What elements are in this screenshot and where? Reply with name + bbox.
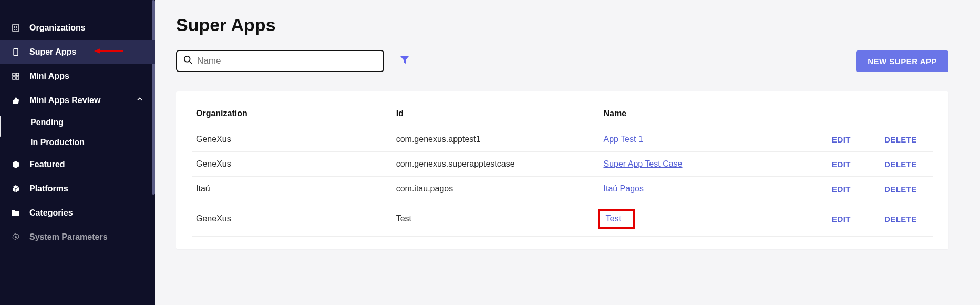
sidebar-item-system-parameters[interactable]: System Parameters <box>0 225 155 242</box>
filter-icon <box>400 55 409 67</box>
device-icon <box>12 48 22 56</box>
table-row: GeneXusTestTestEDITDELETE <box>192 201 933 237</box>
hexagon-icon <box>12 160 22 169</box>
grid-icon <box>12 72 22 80</box>
cell-name: Test <box>599 201 828 237</box>
toolbar: NEW SUPER APP <box>176 50 948 72</box>
cell-organization: Itaú <box>192 177 392 201</box>
building-icon <box>12 24 22 32</box>
delete-action[interactable]: DELETE <box>880 201 933 237</box>
cube-icon <box>12 185 22 193</box>
cell-id: com.itau.pagos <box>392 177 600 201</box>
sidebar-item-label: Super Apps <box>29 47 143 57</box>
annotation-highlight: Test <box>598 209 634 229</box>
edit-action[interactable]: EDIT <box>828 177 880 201</box>
cell-organization: GeneXus <box>192 127 392 152</box>
col-organization: Organization <box>192 104 392 127</box>
svg-rect-11 <box>16 73 19 76</box>
super-apps-table: Organization Id Name GeneXuscom.genexus.… <box>192 104 933 237</box>
gear-icon <box>12 233 22 241</box>
search-input[interactable] <box>197 56 377 66</box>
svg-point-19 <box>15 236 17 238</box>
sidebar-item-organizations[interactable]: Organizations <box>0 16 155 40</box>
sidebar-item-label: Platforms <box>29 184 143 194</box>
cell-organization: GeneXus <box>192 152 392 177</box>
thumb-icon <box>12 96 22 105</box>
cell-id: com.genexus.apptest1 <box>392 127 600 152</box>
svg-point-21 <box>184 56 190 62</box>
svg-rect-0 <box>13 25 19 31</box>
new-super-app-button[interactable]: NEW SUPER APP <box>856 50 948 72</box>
annotation-arrow-icon <box>94 47 123 57</box>
sidebar-item-label: Mini Apps Review <box>29 96 136 105</box>
app-name-link[interactable]: Test <box>605 214 621 223</box>
sidebar-subitem-label: In Production <box>30 138 85 147</box>
table-row: GeneXuscom.genexus.superapptestcaseSuper… <box>192 152 933 177</box>
svg-rect-12 <box>13 77 15 79</box>
svg-line-22 <box>190 62 192 64</box>
cell-name: App Test 1 <box>599 127 828 152</box>
sidebar-subitem-in-production[interactable]: In Production <box>0 133 155 152</box>
app-name-link[interactable]: Super App Test Case <box>603 159 682 168</box>
page-title: Super Apps <box>176 15 948 35</box>
cell-organization: GeneXus <box>192 201 392 237</box>
svg-marker-14 <box>13 161 19 168</box>
col-id: Id <box>392 104 600 127</box>
sidebar-item-label: Mini Apps <box>29 72 143 81</box>
sidebar-item-label: Organizations <box>29 23 143 33</box>
cell-id: com.genexus.superapptestcase <box>392 152 600 177</box>
delete-action[interactable]: DELETE <box>880 127 933 152</box>
svg-marker-9 <box>94 48 100 54</box>
sidebar-subitem-label: Pending <box>30 118 64 127</box>
svg-rect-13 <box>16 77 19 79</box>
svg-marker-23 <box>400 56 409 64</box>
sidebar-item-categories[interactable]: Categories <box>0 201 155 225</box>
table-card: Organization Id Name GeneXuscom.genexus.… <box>176 91 948 249</box>
table-row: GeneXuscom.genexus.apptest1App Test 1EDI… <box>192 127 933 152</box>
edit-action[interactable]: EDIT <box>828 201 880 237</box>
cell-name: Itaú Pagos <box>599 177 828 201</box>
app-name-link[interactable]: Itaú Pagos <box>603 184 644 193</box>
delete-action[interactable]: DELETE <box>880 152 933 177</box>
search-icon <box>183 55 197 67</box>
edit-action[interactable]: EDIT <box>828 152 880 177</box>
sidebar-item-super-apps[interactable]: Super Apps <box>0 40 155 64</box>
sidebar-item-label: Featured <box>29 160 143 169</box>
col-name: Name <box>599 104 828 127</box>
folder-icon <box>12 209 22 217</box>
delete-action[interactable]: DELETE <box>880 177 933 201</box>
svg-rect-7 <box>14 49 18 56</box>
chevron-up-icon <box>136 96 143 105</box>
cell-id: Test <box>392 201 600 237</box>
sidebar-subitem-pending[interactable]: Pending <box>0 113 155 133</box>
sidebar-item-label: System Parameters <box>29 232 143 242</box>
sidebar-item-label: Categories <box>29 208 143 218</box>
sidebar-item-featured[interactable]: Featured <box>0 152 155 177</box>
cell-name: Super App Test Case <box>599 152 828 177</box>
sidebar-item-mini-apps-review[interactable]: Mini Apps Review <box>0 88 155 113</box>
app-name-link[interactable]: App Test 1 <box>603 135 643 144</box>
sidebar-item-mini-apps[interactable]: Mini Apps <box>0 64 155 88</box>
edit-action[interactable]: EDIT <box>828 127 880 152</box>
sidebar-collapse-handle[interactable] <box>0 116 1 137</box>
main-content: Super Apps NEW SUPER APP Organization Id… <box>155 0 980 305</box>
svg-rect-10 <box>13 73 15 76</box>
filter-button[interactable] <box>400 55 409 67</box>
sidebar-item-platforms[interactable]: Platforms <box>0 177 155 201</box>
search-box[interactable] <box>176 50 384 72</box>
sidebar: Organizations Super Apps Mini Apps Mini … <box>0 0 155 305</box>
table-row: Itaúcom.itau.pagosItaú PagosEDITDELETE <box>192 177 933 201</box>
